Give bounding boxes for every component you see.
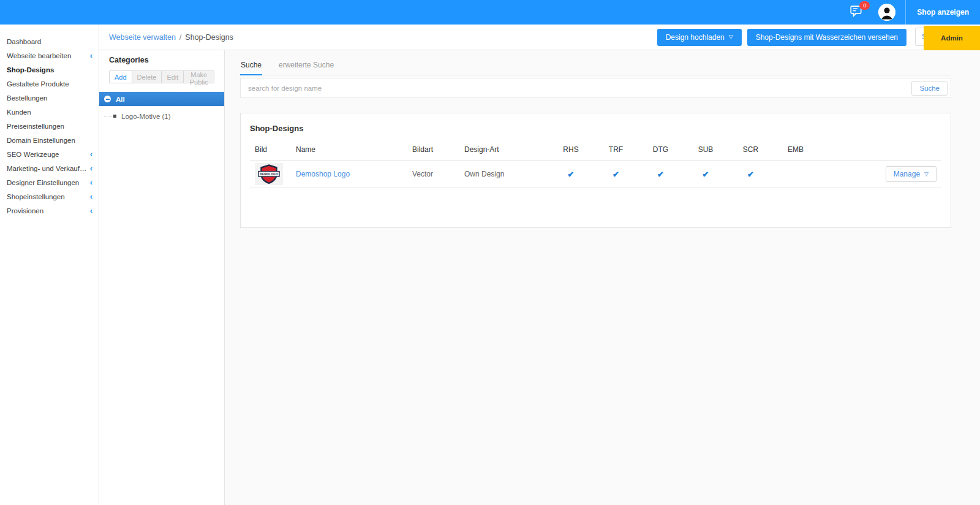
category-tree-item-logo-motive[interactable]: Logo-Motive (1)	[99, 109, 224, 123]
tab-suche[interactable]: Suche	[240, 58, 262, 75]
messages-button[interactable]: 0	[850, 6, 862, 20]
sidebar-item-provisionen[interactable]: Provisionen‹	[0, 203, 99, 218]
sidebar-item-seo-werkzeuge[interactable]: SEO Werkzeuge‹	[0, 147, 99, 161]
page-header: Webseite verwalten / Shop-Designs Design…	[99, 25, 980, 50]
sidebar-item-preiseinstellungen[interactable]: Preiseinstellungen	[0, 119, 99, 133]
category-delete-button[interactable]: Delete	[132, 70, 162, 83]
col-actions	[818, 140, 941, 161]
category-make-public-button[interactable]: Make Public	[184, 70, 214, 83]
check-icon-scr: ✔	[747, 170, 754, 179]
chevron-left-icon: ‹	[90, 164, 92, 172]
design-thumbnail[interactable]: DEMOLOGO	[255, 163, 283, 185]
col-scr: SCR	[728, 140, 773, 161]
message-bubble-icon	[850, 9, 862, 19]
sidebar-item-bestellungen[interactable]: Bestellungen	[0, 91, 99, 105]
sidebar-item-kunden[interactable]: Kunden	[0, 105, 99, 119]
tree-connector	[104, 116, 112, 116]
table-row: DEMOLOGO Demoshop Logo Vector Own Design…	[250, 161, 941, 188]
check-icon-rhs: ✔	[568, 170, 575, 179]
col-trf: TRF	[594, 140, 638, 161]
chevron-left-icon: ‹	[90, 51, 92, 59]
design-art-value: Own Design	[459, 161, 548, 188]
check-icon-dtg: ✔	[657, 170, 664, 179]
col-bild: Bild	[250, 140, 291, 161]
category-edit-button[interactable]: Edit	[162, 70, 184, 83]
category-tree-root-all[interactable]: All	[99, 92, 224, 106]
chevron-left-icon: ‹	[90, 150, 92, 158]
search-input[interactable]	[241, 85, 911, 92]
sidebar: Dashboard Webseite bearbeiten‹ Shop-Desi…	[0, 25, 99, 505]
chevron-left-icon: ‹	[90, 178, 92, 186]
design-image-cell: DEMOLOGO	[250, 161, 291, 188]
check-icon-trf: ✔	[612, 170, 619, 179]
search-tabs: Suche erweiterte Suche	[240, 58, 951, 75]
search-bar: Suche	[240, 78, 951, 98]
sidebar-item-shopeinstellungen[interactable]: Shopeinstellungen‹	[0, 189, 99, 203]
categories-panel: Categories Add Delete Edit Make Public A…	[99, 50, 225, 505]
sidebar-item-shop-designs[interactable]: Shop-Designs	[0, 63, 99, 77]
chevron-left-icon: ‹	[90, 192, 92, 200]
col-emb: EMB	[773, 140, 818, 161]
col-sub: SUB	[683, 140, 728, 161]
chevron-down-icon: ▽	[729, 34, 733, 40]
sidebar-item-gestaltete-produkte[interactable]: Gestaltete Produkte	[0, 77, 99, 91]
admin-tab[interactable]: Admin	[924, 26, 980, 50]
watermark-button[interactable]: Shop-Designs mit Wasserzeichen versehen	[747, 29, 907, 46]
manage-button[interactable]: Manage ▽	[886, 166, 937, 182]
notification-badge: 0	[859, 1, 870, 10]
categories-actions: Add Delete Edit Make Public	[99, 70, 224, 83]
tab-erweiterte-suche[interactable]: erweiterte Suche	[278, 58, 334, 75]
shop-designs-panel: Shop-Designs Bild Name Bildart	[240, 113, 951, 228]
breadcrumb: Webseite verwalten / Shop-Designs	[109, 33, 233, 42]
category-add-button[interactable]: Add	[109, 70, 132, 83]
bildart-value: Vector	[407, 161, 459, 188]
col-bildart: Bildart	[407, 140, 459, 161]
categories-title: Categories	[99, 56, 224, 64]
chevron-left-icon: ‹	[90, 207, 92, 215]
main-content: Suche erweiterte Suche Suche Shop-Design…	[225, 50, 980, 505]
shop-anzeigen-button[interactable]: Shop anzeigen	[906, 0, 980, 25]
sidebar-item-dashboard[interactable]: Dashboard	[0, 34, 99, 48]
user-avatar[interactable]	[878, 4, 895, 21]
check-icon-sub: ✔	[703, 170, 709, 179]
svg-text:DEMOLOGO: DEMOLOGO	[260, 173, 278, 176]
sidebar-item-domain-einstellungen[interactable]: Domain Einstellungen	[0, 133, 99, 147]
breadcrumb-separator: /	[179, 33, 181, 42]
sidebar-item-designer-einstellungen[interactable]: Designer Einstellungen‹	[0, 175, 99, 189]
collapse-minus-icon[interactable]	[104, 96, 111, 102]
search-submit-button[interactable]: Suche	[911, 81, 948, 96]
table-title: Shop-Designs	[250, 124, 941, 133]
col-rhs: RHS	[548, 140, 594, 161]
tree-bullet-icon	[113, 115, 116, 118]
chevron-down-icon: ▽	[924, 172, 929, 177]
design-name-link[interactable]: Demoshop Logo	[296, 170, 350, 178]
sidebar-item-marketing[interactable]: Marketing- und Verkaufswer…‹	[0, 161, 99, 175]
col-dtg: DTG	[638, 140, 683, 161]
shop-designs-table: Bild Name Bildart Design-Art RHS TRF DTG…	[250, 140, 941, 188]
table-header-row: Bild Name Bildart Design-Art RHS TRF DTG…	[250, 140, 941, 161]
topbar: 0 Shop anzeigen	[0, 0, 980, 25]
design-hochladen-button[interactable]: Design hochladen ▽	[657, 29, 742, 46]
breadcrumb-parent-link[interactable]: Webseite verwalten	[109, 33, 176, 42]
col-design-art: Design-Art	[459, 140, 548, 161]
breadcrumb-current: Shop-Designs	[185, 33, 233, 42]
col-name: Name	[291, 140, 407, 161]
sidebar-item-webseite-bearbeiten[interactable]: Webseite bearbeiten‹	[0, 48, 99, 63]
